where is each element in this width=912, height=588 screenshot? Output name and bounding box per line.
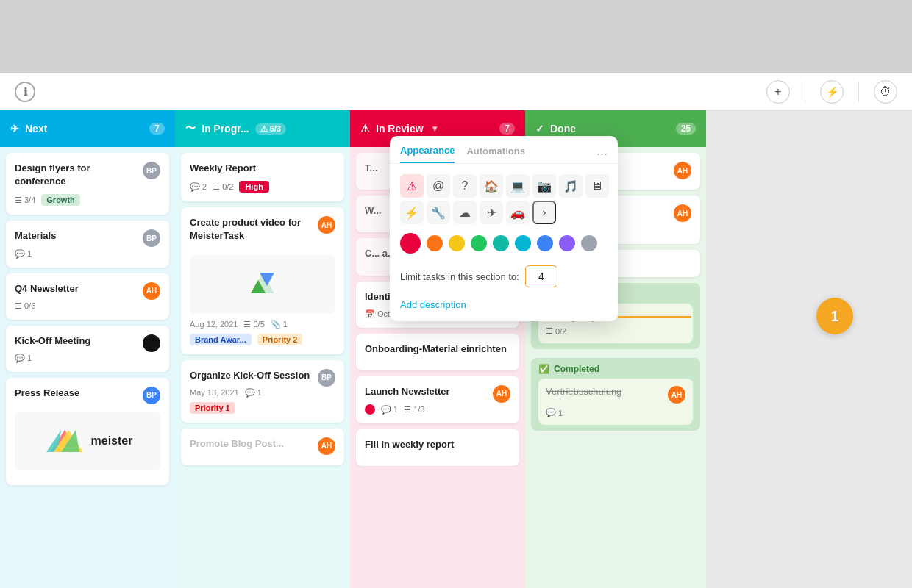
card-materials[interactable]: Materials BP 💬 1 xyxy=(6,220,169,267)
color-orange[interactable] xyxy=(427,235,443,251)
toolbar-icons: + ⚡ ⏱ xyxy=(766,80,897,104)
color-cyan[interactable] xyxy=(515,235,531,251)
meta-notes: 💬 1 xyxy=(15,249,32,259)
card-promote-blog[interactable]: Promote Blog Post... AH xyxy=(181,429,344,465)
color-red[interactable] xyxy=(400,233,421,254)
color-row xyxy=(400,233,608,254)
icon-btn-more[interactable]: › xyxy=(532,201,556,224)
avatar: AH xyxy=(674,204,691,222)
color-green[interactable] xyxy=(471,235,487,251)
tasks-icon: ☰ xyxy=(213,182,220,192)
add-button[interactable]: + xyxy=(766,80,790,104)
tag-priority2: Priority 2 xyxy=(257,334,303,345)
completed-check-icon-2: ✅ xyxy=(538,364,549,374)
tasks-icon: ☰ xyxy=(15,196,22,205)
card-onboarding[interactable]: Onboarding-Material einrichten xyxy=(356,334,519,370)
column-header-next: ✈ Next 7 xyxy=(0,110,175,147)
avatar: AH xyxy=(318,437,335,455)
icon-btn-cloud[interactable]: ☁ xyxy=(453,201,477,224)
card-title: Onboarding-Material einrichten xyxy=(365,343,510,356)
priority-high-badge: High xyxy=(239,181,268,193)
card-title: Q4 Newsletter xyxy=(15,282,79,295)
notes-icon: 💬 xyxy=(15,249,25,259)
next-body: Design flyers for conference BP ☰ 3/4 Gr… xyxy=(0,147,175,588)
icon-btn-warning[interactable]: ⚠ xyxy=(400,174,424,198)
limit-input[interactable] xyxy=(525,265,557,287)
card-title: Materials xyxy=(15,229,56,243)
tab-appearance[interactable]: Appearance xyxy=(400,145,455,163)
meta-notes: 💬 1 xyxy=(15,354,32,363)
meta-notes: 💬 1 xyxy=(381,405,398,415)
icon-btn-home[interactable]: 🏠 xyxy=(480,174,503,198)
card-kickoff-session[interactable]: Organize Kick-Off Session BP May 13, 202… xyxy=(181,360,344,423)
add-description-button[interactable]: Add description xyxy=(400,299,466,310)
popup-header: Appearance Automations ··· xyxy=(390,136,618,164)
card-title: Create product video for MeisterTask xyxy=(190,216,318,243)
next-label: Next xyxy=(25,123,47,135)
timer-button[interactable]: ⏱ xyxy=(874,80,897,104)
column-header-inprogress: 〜 In Progr... ⚠ 6/3 xyxy=(175,110,350,147)
meta-date: Aug 12, 2021 xyxy=(190,320,238,329)
toolbar-divider xyxy=(805,82,805,102)
icon-btn-car[interactable]: 🚗 xyxy=(506,201,530,224)
popup-more-button[interactable]: ··· xyxy=(596,146,608,162)
popup-body: ⚠ @ ? 🏠 💻 📷 🎵 🖥 ⚡ 🔧 ☁ ✈ 🚗 › xyxy=(390,164,618,321)
next-icon: ✈ xyxy=(10,123,19,135)
avatar: BP xyxy=(143,229,160,247)
appearance-popup[interactable]: Appearance Automations ··· ⚠ @ ? 🏠 💻 📷 🎵… xyxy=(390,136,618,321)
color-teal[interactable] xyxy=(493,235,509,251)
tab-automations[interactable]: Automations xyxy=(466,146,524,162)
meta-notes: 💬 1 xyxy=(546,408,563,417)
meister-logo-image: meister xyxy=(15,412,160,470)
next-count: 7 xyxy=(149,123,165,135)
icon-btn-question[interactable]: ? xyxy=(453,174,477,198)
color-yellow[interactable] xyxy=(449,235,465,251)
color-purple[interactable] xyxy=(559,235,575,251)
icon-btn-laptop[interactable]: 💻 xyxy=(506,174,530,198)
column-next: ✈ Next 7 Design flyers for conference BP… xyxy=(0,110,175,588)
icon-btn-tools[interactable]: 🔧 xyxy=(427,201,450,224)
inprogress-icon: 〜 xyxy=(185,122,196,135)
column-inprogress: 〜 In Progr... ⚠ 6/3 Weekly Report 💬 2 xyxy=(175,110,350,588)
card-product-video[interactable]: Create product video for MeisterTask AH … xyxy=(181,207,344,354)
dropdown-icon[interactable]: ▾ xyxy=(432,123,437,134)
meta-tasks: ☰ 0/5 xyxy=(243,320,264,329)
meister-logo-svg xyxy=(43,423,87,459)
google-drive-icon xyxy=(248,270,277,299)
avatar: AH xyxy=(318,216,335,234)
card-title: Kick-Off Meeting xyxy=(15,334,90,348)
card-weekly-report[interactable]: Weekly Report 💬 2 ☰ 0/2 High xyxy=(181,153,344,201)
avatar: AH xyxy=(493,385,510,403)
card-title: Organize Kick-Off Session xyxy=(190,369,310,382)
done-check-icon: ✓ xyxy=(535,123,544,135)
card-completed-vertrieb[interactable]: Vertriebsschulung AH 💬 1 xyxy=(538,379,693,425)
icon-btn-share[interactable]: ⚡ xyxy=(400,201,424,224)
card-launch-newsletter[interactable]: Launch Newsletter AH 💬 1 ☰ 1/3 xyxy=(356,376,519,423)
warning-icon: ⚠ xyxy=(260,124,268,134)
inprogress-label: In Progr... xyxy=(202,123,249,135)
card-kickoff-meeting[interactable]: Kick-Off Meeting 💬 1 xyxy=(6,326,169,372)
completed-label-2: ✅ Completed xyxy=(538,364,693,374)
info-icon[interactable]: ℹ xyxy=(15,82,35,102)
color-blue[interactable] xyxy=(537,235,553,251)
filter-button[interactable]: ⚡ xyxy=(820,80,844,104)
icon-btn-camera[interactable]: 📷 xyxy=(532,174,556,198)
icon-btn-at[interactable]: @ xyxy=(427,174,450,198)
avatar: BP xyxy=(318,369,335,387)
icon-btn-plane[interactable]: ✈ xyxy=(480,201,503,224)
icon-btn-monitor[interactable]: 🖥 xyxy=(585,174,609,198)
card-press-release[interactable]: Press Release BP meister xyxy=(6,378,169,485)
meister-text: meister xyxy=(91,434,133,448)
avatar: AH xyxy=(143,282,160,300)
card-design-flyers[interactable]: Design flyers for conference BP ☰ 3/4 Gr… xyxy=(6,153,169,215)
meta-attach: 📎 1 xyxy=(271,320,288,329)
card-title: Promote Blog Post... xyxy=(190,437,284,451)
inprogress-body: Weekly Report 💬 2 ☰ 0/2 High C xyxy=(175,147,350,588)
toolbar: ℹ + ⚡ ⏱ xyxy=(0,74,912,110)
tag-growth: Growth xyxy=(41,194,80,206)
color-gray[interactable] xyxy=(581,235,597,251)
card-fill-weekly-report[interactable]: Fill in weekly report xyxy=(356,429,519,466)
icon-btn-music[interactable]: 🎵 xyxy=(559,174,583,198)
warning-badge: ⚠ 6/3 xyxy=(255,123,286,135)
card-q4-newsletter[interactable]: Q4 Newsletter AH ☰ 0/6 xyxy=(6,273,169,320)
